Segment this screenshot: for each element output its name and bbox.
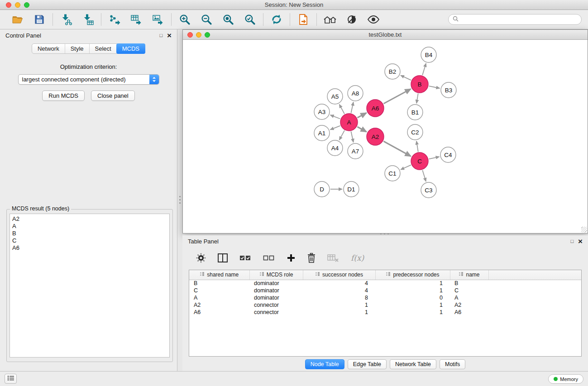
hide-graphics-details-icon[interactable] bbox=[345, 13, 359, 26]
graph-node-D[interactable]: D bbox=[314, 181, 330, 197]
table-cell[interactable]: 4 bbox=[303, 287, 375, 294]
zoom-out-icon[interactable] bbox=[200, 13, 213, 26]
graph-node-A8[interactable]: A8 bbox=[348, 86, 363, 101]
graph-edge-B-B3[interactable] bbox=[429, 86, 440, 88]
table-row[interactable]: A2connector11A2 bbox=[189, 301, 581, 309]
float-table-panel-icon[interactable]: □ bbox=[570, 239, 574, 244]
mcds-result-item[interactable]: C bbox=[10, 237, 169, 244]
tab-network[interactable]: Network bbox=[32, 44, 65, 53]
graph-edge-A-A6[interactable] bbox=[358, 113, 367, 118]
table-cell[interactable]: dominator bbox=[249, 280, 303, 287]
close-panel-icon[interactable]: × bbox=[167, 32, 172, 39]
search-input[interactable] bbox=[461, 16, 577, 23]
graph-node-A2[interactable]: A2 bbox=[367, 128, 384, 145]
table-cell[interactable]: A bbox=[189, 294, 249, 301]
table-cell[interactable]: connector bbox=[249, 301, 303, 309]
table-cell[interactable]: 4 bbox=[303, 280, 375, 287]
column-header-predecessor-nodes[interactable]: predecessor nodes bbox=[375, 270, 450, 280]
tab-node-table[interactable]: Node Table bbox=[305, 359, 344, 369]
image-file-icon[interactable] bbox=[151, 13, 165, 26]
graph-node-C[interactable]: C bbox=[411, 152, 428, 170]
show-graphics-details-icon[interactable] bbox=[367, 13, 380, 26]
table-row[interactable]: Adominator80A bbox=[189, 294, 581, 301]
graph-node-A5[interactable]: A5 bbox=[327, 89, 343, 104]
zoom-selected-icon[interactable] bbox=[243, 13, 257, 26]
table-row[interactable]: Cdominator41C bbox=[189, 287, 581, 294]
select-all-icon[interactable] bbox=[239, 252, 251, 264]
graph-edge-A-A5[interactable] bbox=[339, 105, 344, 114]
graph-node-A[interactable]: A bbox=[340, 114, 358, 131]
run-mcds-button[interactable]: Run MCDS bbox=[42, 91, 85, 101]
import-table-file-icon[interactable] bbox=[81, 13, 95, 26]
table-cell[interactable]: connector bbox=[249, 309, 303, 316]
graph-node-B2[interactable]: B2 bbox=[385, 64, 400, 79]
graph-node-D1[interactable]: D1 bbox=[344, 181, 359, 197]
table-cell[interactable]: 1 bbox=[303, 309, 375, 316]
table-cell[interactable]: 0 bbox=[375, 294, 450, 301]
tab-mcds[interactable]: MCDS bbox=[116, 43, 145, 54]
graph-node-A3[interactable]: A3 bbox=[314, 104, 330, 119]
table-cell[interactable]: A2 bbox=[450, 301, 488, 309]
graph-node-B4[interactable]: B4 bbox=[421, 47, 436, 62]
close-table-panel-icon[interactable]: × bbox=[578, 238, 583, 245]
table-cell[interactable]: 1 bbox=[375, 301, 450, 309]
horizontal-panel-divider[interactable] bbox=[380, 233, 392, 235]
mcds-result-item[interactable]: B bbox=[10, 230, 169, 237]
table-file-icon[interactable] bbox=[129, 13, 143, 26]
first-neighbors-icon[interactable] bbox=[296, 13, 310, 26]
graph-node-B3[interactable]: B3 bbox=[441, 82, 456, 98]
split-columns-icon[interactable] bbox=[218, 252, 228, 264]
graph-edge-B-B1[interactable] bbox=[416, 94, 418, 104]
graph-node-A4[interactable]: A4 bbox=[327, 140, 343, 156]
table-cell[interactable]: dominator bbox=[249, 287, 303, 294]
zoom-in-icon[interactable] bbox=[178, 13, 191, 26]
graph-node-A6[interactable]: A6 bbox=[367, 100, 384, 117]
apply-layout-icon[interactable] bbox=[270, 13, 283, 26]
table-row[interactable]: Bdominator41B bbox=[189, 280, 581, 287]
graph-edge-A-A1[interactable] bbox=[330, 126, 340, 130]
table-row[interactable]: A6connector11A6 bbox=[189, 309, 581, 316]
zoom-fit-icon[interactable] bbox=[221, 13, 235, 26]
tab-edge-table[interactable]: Edge Table bbox=[348, 359, 387, 369]
save-session-icon[interactable] bbox=[33, 13, 46, 26]
search-field[interactable] bbox=[448, 14, 582, 25]
float-panel-icon[interactable]: □ bbox=[159, 33, 163, 38]
graph-node-A7[interactable]: A7 bbox=[348, 143, 363, 159]
graph-node-B[interactable]: B bbox=[411, 76, 428, 93]
graph-edge-B-B4[interactable] bbox=[422, 63, 426, 75]
delete-table-icon[interactable] bbox=[327, 252, 339, 264]
show-panels-button[interactable] bbox=[5, 374, 17, 384]
graph-node-C1[interactable]: C1 bbox=[385, 166, 400, 181]
delete-row-icon[interactable] bbox=[307, 252, 316, 264]
table-cell[interactable]: 1 bbox=[303, 301, 375, 309]
table-cell[interactable]: dominator bbox=[249, 294, 303, 301]
mcds-result-list[interactable]: A2ABCA6 bbox=[10, 214, 170, 357]
table-cell[interactable]: 1 bbox=[375, 287, 450, 294]
network-canvas[interactable]: B4B2BB3A5A8A6B1A3AC2A1A2A4A7C4CC1C3DD1 bbox=[183, 40, 588, 233]
graph-edge-A6-B[interactable] bbox=[384, 89, 411, 104]
table-cell[interactable]: 1 bbox=[375, 309, 450, 316]
graph-node-B1[interactable]: B1 bbox=[407, 105, 423, 120]
table-cell[interactable]: A6 bbox=[450, 309, 488, 316]
graph-edge-A-A7[interactable] bbox=[351, 132, 354, 143]
add-row-icon[interactable] bbox=[287, 252, 296, 264]
table-cell[interactable]: 8 bbox=[303, 294, 375, 301]
mcds-result-item[interactable]: A2 bbox=[10, 215, 169, 223]
network-graph[interactable]: B4B2BB3A5A8A6B1A3AC2A1A2A4A7C4CC1C3DD1 bbox=[183, 40, 588, 233]
graph-edge-A2-C[interactable] bbox=[383, 141, 411, 156]
tab-network-table[interactable]: Network Table bbox=[390, 359, 436, 369]
column-header-mcds-role[interactable]: MCDS role bbox=[249, 270, 303, 280]
graph-edge-C-C2[interactable] bbox=[416, 141, 418, 152]
graph-node-A1[interactable]: A1 bbox=[314, 125, 330, 141]
graph-edge-C-C1[interactable] bbox=[401, 165, 411, 170]
graph-edge-A-A8[interactable] bbox=[351, 102, 354, 113]
window-resize-grip[interactable] bbox=[581, 227, 587, 233]
column-header-successor-nodes[interactable]: successor nodes bbox=[303, 270, 375, 280]
graph-node-C3[interactable]: C3 bbox=[421, 182, 436, 198]
mcds-result-item[interactable]: A bbox=[10, 223, 169, 230]
graph-edge-B-B2[interactable] bbox=[401, 76, 411, 81]
table-cell[interactable]: A6 bbox=[189, 309, 249, 316]
graph-edge-C-C4[interactable] bbox=[429, 157, 440, 159]
table-cell[interactable]: 1 bbox=[375, 280, 450, 287]
tab-motifs[interactable]: Motifs bbox=[440, 359, 465, 369]
